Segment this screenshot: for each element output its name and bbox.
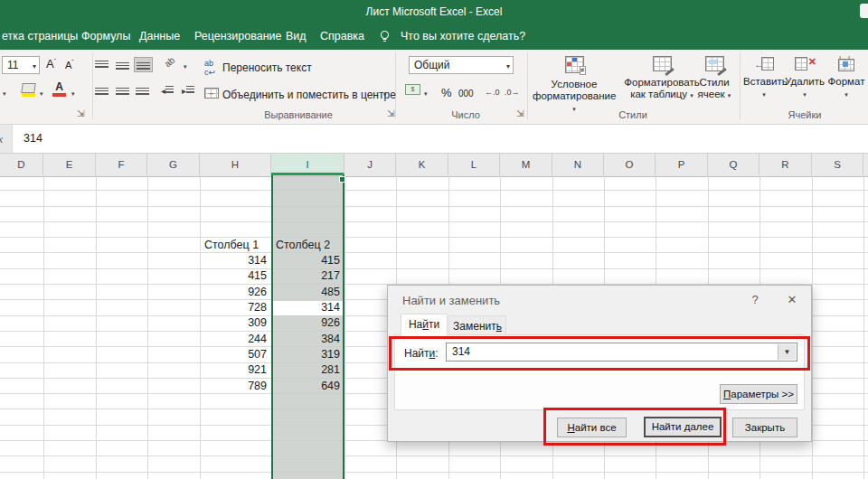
font-size-combo[interactable]: 11▾ [2, 56, 40, 74]
cell-i[interactable]: 926 [273, 315, 340, 331]
align-right-icon[interactable] [136, 88, 149, 98]
tab-help[interactable]: Справка [320, 30, 364, 42]
shrink-font-button[interactable]: Aˇ [65, 59, 74, 70]
orientation-icon[interactable]: ab [163, 55, 177, 70]
column-header-N[interactable]: N [552, 154, 604, 175]
number-format-combo[interactable]: Общий▾ [409, 56, 514, 74]
column-header-I-selected[interactable]: I [271, 154, 344, 175]
conditional-formatting-icon: ≠ [565, 56, 584, 73]
cell-i[interactable]: 314 [273, 300, 340, 315]
tab-page-layout[interactable]: етка страницы [2, 30, 78, 42]
chevron-down-icon[interactable]: ▾ [506, 59, 510, 75]
chevron-down-icon[interactable]: ▾ [33, 59, 36, 75]
column-header-F[interactable]: F [96, 154, 147, 175]
formula-bar-input[interactable]: 314 [12, 125, 868, 153]
font-dialog-launcher-icon[interactable]: ⇲ [77, 108, 84, 118]
tab-replace[interactable]: Заменить [448, 315, 506, 334]
font-color-A-icon: A [52, 80, 66, 93]
grow-font-button[interactable]: Aˆ [46, 57, 56, 70]
close-button[interactable]: Закрыть [732, 418, 797, 437]
align-middle-icon[interactable] [116, 61, 129, 70]
cell-h[interactable]: 926 [200, 285, 267, 300]
chevron-down-icon[interactable]: ▾ [3, 90, 6, 98]
align-bottom-icon[interactable] [134, 57, 153, 72]
font-color-button[interactable]: A [52, 80, 66, 97]
cell-h[interactable]: 789 [200, 379, 267, 394]
cell-h[interactable]: 309 [200, 315, 267, 331]
comma-style-button[interactable]: 000 [458, 89, 474, 99]
decrease-decimal-icon[interactable]: .0→ [505, 88, 520, 97]
cell-h[interactable]: 921 [200, 362, 267, 378]
cell-h[interactable]: 415 [200, 268, 267, 284]
column-header-Q[interactable]: Q [708, 154, 760, 175]
column-header-H[interactable]: H [200, 154, 271, 175]
chevron-down-icon[interactable]: ▾ [383, 91, 387, 99]
wrap-text-button[interactable]: Переносить текст [222, 61, 312, 74]
column-header-E[interactable]: E [43, 154, 96, 175]
cell-i[interactable]: 485 [273, 285, 340, 300]
ribbon: 11▾ Aˆ Aˇ ▾ ▾ A ▾ ⇲ ab ▾ ◂ ▸ abc↩ Перено… [0, 50, 868, 125]
fill-color-swatch [22, 93, 35, 97]
formula-bar: fx 314 [0, 124, 868, 153]
cell-i[interactable]: 384 [273, 332, 340, 347]
chevron-down-icon[interactable]: ▾ [71, 90, 75, 98]
help-icon[interactable]: ? [748, 293, 762, 306]
column-header-K[interactable]: K [396, 154, 448, 175]
cell-col2-header[interactable]: Столбец 2 [276, 238, 330, 253]
cell-h[interactable]: 244 [200, 332, 267, 347]
increase-decimal-icon[interactable]: ←.0 [485, 88, 500, 97]
decrease-indent-icon[interactable]: ◂ [161, 86, 174, 96]
align-top-icon[interactable] [95, 61, 108, 70]
cell-h[interactable]: 507 [200, 347, 267, 362]
window-control-fragment[interactable] [860, 4, 868, 18]
cell-i[interactable]: 415 [273, 253, 340, 268]
increase-indent-icon[interactable]: ▸ [182, 86, 194, 96]
column-header-O[interactable]: O [604, 154, 656, 175]
cell-h[interactable]: 728 [200, 300, 267, 315]
group-label-alignment: Выравнивание [244, 109, 353, 120]
tab-data[interactable]: Данные [139, 30, 180, 42]
currency-format-icon[interactable]: $ [405, 84, 420, 95]
group-separator [92, 52, 93, 119]
column-headers: D E F G H I J K L M N O P Q R S [0, 153, 868, 177]
selection-handle[interactable] [339, 176, 345, 183]
cell-styles-button[interactable]: Стили ячеек ▾ [694, 54, 734, 119]
tab-find[interactable]: Найти [401, 314, 448, 335]
tab-view[interactable]: Вид [286, 30, 307, 42]
close-icon[interactable]: ✕ [784, 293, 800, 306]
wrap-text-icon: abc↩ [204, 59, 215, 77]
column-header-M[interactable]: M [500, 154, 552, 175]
column-header-L[interactable]: L [448, 154, 500, 175]
chevron-down-icon[interactable]: ▾ [184, 63, 187, 70]
tab-formulas[interactable]: Формулы [81, 30, 130, 42]
chevron-down-icon[interactable]: ▾ [424, 90, 428, 98]
fx-icon[interactable]: fx [0, 125, 10, 153]
options-button[interactable]: Параметры >> [720, 384, 797, 404]
percent-style-button[interactable]: % [441, 86, 452, 99]
column-header-P[interactable]: P [656, 154, 708, 175]
group-separator [395, 52, 396, 119]
align-left-icon[interactable] [95, 88, 108, 98]
group-label-cells: Ячейки [760, 109, 850, 120]
tell-me-search[interactable]: Что вы хотите сделать? [401, 30, 525, 42]
column-header-S[interactable]: S [812, 154, 863, 175]
cell-i[interactable]: 649 [273, 379, 340, 394]
group-separator [527, 52, 528, 119]
column-header-D[interactable]: D [0, 154, 43, 175]
cell-i[interactable]: 281 [273, 362, 340, 378]
column-header-G[interactable]: G [147, 154, 200, 175]
column-header-R[interactable]: R [760, 154, 812, 175]
merge-center-button[interactable]: Объединить и поместить в центре [222, 89, 396, 101]
chevron-down-icon[interactable]: ▾ [40, 90, 43, 98]
cell-i[interactable]: 319 [273, 347, 340, 362]
fill-color-button[interactable] [22, 83, 35, 97]
lightbulb-icon [379, 30, 391, 46]
number-dialog-launcher-icon[interactable]: ⇲ [516, 108, 524, 118]
align-center-icon[interactable] [116, 88, 129, 98]
tab-review[interactable]: Рецензирование [194, 30, 282, 42]
cell-h[interactable]: 314 [200, 253, 267, 268]
cell-i[interactable]: 217 [273, 268, 340, 284]
alignment-dialog-launcher-icon[interactable]: ⇲ [387, 108, 394, 118]
cell-col1-header[interactable]: Столбец 1 [204, 238, 259, 253]
column-header-J[interactable]: J [344, 154, 396, 175]
